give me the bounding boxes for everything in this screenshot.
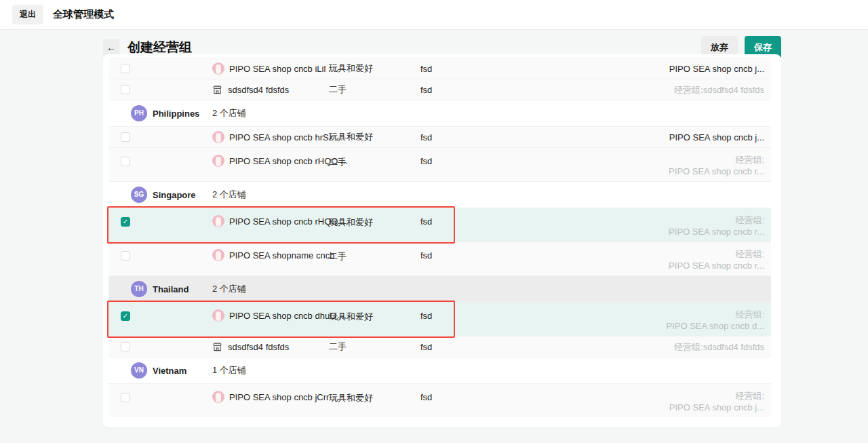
shop-owner: fsd xyxy=(420,342,432,352)
exit-button[interactable]: 退出 xyxy=(12,5,43,24)
business-group-text: PIPO SEA shop cncb j... xyxy=(669,63,764,75)
shop-identity: PIPO SEA shop cncb jCrr ... xyxy=(212,391,339,403)
shop-owner: fsd xyxy=(420,311,432,321)
shop-name: PIPO SEA shopname cncb xyxy=(229,250,334,261)
store-icon xyxy=(212,341,223,352)
shop-name: PIPO SEA shop cncb jCrr ... xyxy=(229,392,339,402)
shop-name: PIPO SEA shop cncb iLil ... xyxy=(229,64,336,74)
shop-avatar-icon xyxy=(212,131,224,143)
shop-row[interactable]: PIPO SEA shop cncb rHQO ...玩具和爱好fsd经营组:P… xyxy=(108,208,771,242)
country-name: Thailand xyxy=(153,284,189,294)
shop-table-rows: PIPO SEA shop cncb iLil ...玩具和爱好fsdPIPO … xyxy=(108,58,771,417)
business-group-text: 经营组:PIPO SEA shop cncb r... xyxy=(669,154,764,177)
shop-identity: PIPO SEA shop cncb dhuO ... xyxy=(212,309,347,322)
shop-owner: fsd xyxy=(420,392,432,402)
shop-checkbox[interactable] xyxy=(121,64,130,73)
shop-owner: fsd xyxy=(420,132,432,142)
country-avatar: VN xyxy=(131,362,147,379)
shop-owner: fsd xyxy=(420,85,432,95)
shop-avatar-icon xyxy=(212,249,224,261)
shop-name: sdsdfsd4 fdsfds xyxy=(228,85,289,95)
shop-avatar-icon xyxy=(212,215,224,227)
country-group-header: VNVietnam1 个店铺 xyxy=(108,357,771,383)
shop-row[interactable]: PIPO SEA shop cncb hrSz ...玩具和爱好fsdPIPO … xyxy=(108,126,771,147)
business-group-text: 经营组:PIPO SEA shop cncb j... xyxy=(669,390,764,413)
shop-category: 二手 xyxy=(329,250,347,263)
shop-checkbox[interactable] xyxy=(121,217,130,227)
top-bar: 退出 全球管理模式 xyxy=(0,0,868,30)
shop-avatar-icon xyxy=(212,155,224,167)
app-title: 全球管理模式 xyxy=(53,8,114,21)
country-group-header: SGSingapore2 个店铺 xyxy=(108,181,771,208)
shop-owner: fsd xyxy=(420,250,432,261)
shop-owner: fsd xyxy=(420,156,432,166)
business-group-text: 经营组:sdsdfsd4 fdsfds xyxy=(674,84,764,96)
shop-owner: fsd xyxy=(420,216,432,227)
shop-checkbox[interactable] xyxy=(121,132,130,142)
shop-category: 玩具和爱好 xyxy=(329,311,373,323)
shop-row[interactable]: PIPO SEA shop cncb jCrr ...玩具和爱好fsd经营组:P… xyxy=(108,383,771,417)
country-name: Vietnam xyxy=(153,366,186,376)
shop-identity: PIPO SEA shop cncb hrSz ... xyxy=(212,131,343,143)
shop-identity: PIPO SEA shop cncb rHQO ... xyxy=(212,215,348,227)
shop-checkbox[interactable] xyxy=(121,342,130,351)
shop-category: 二手 xyxy=(329,156,347,168)
country-name: Singapore xyxy=(153,190,196,200)
shop-avatar-icon xyxy=(212,391,224,403)
shop-count: 2 个店铺 xyxy=(212,189,246,201)
business-group-text: 经营组:PIPO SEA shop cncb r... xyxy=(669,248,764,271)
shop-count: 2 个店铺 xyxy=(212,283,246,295)
business-group-text: 经营组:sdsdfsd4 fdsfds xyxy=(674,341,764,353)
shop-count: 2 个店铺 xyxy=(212,107,246,119)
page-body: 创建经营组 放弃 保存 PIPO SEA shop cncb iLil ...玩… xyxy=(0,30,868,442)
shop-row[interactable]: sdsdfsd4 fdsfds二手fsd经营组:sdsdfsd4 fdsfds xyxy=(108,79,771,100)
shop-count: 1 个店铺 xyxy=(212,364,246,377)
shop-identity: PIPO SEA shop cncb rHQO ... xyxy=(212,155,348,167)
shop-table-card: PIPO SEA shop cncb iLil ...玩具和爱好fsdPIPO … xyxy=(103,54,781,427)
shop-avatar-icon xyxy=(212,309,224,322)
shop-category: 玩具和爱好 xyxy=(329,392,373,404)
shop-identity: PIPO SEA shopname cncb xyxy=(212,249,334,261)
country-group-header: PHPhilippines2 个店铺 xyxy=(108,100,771,126)
shop-checkbox[interactable] xyxy=(121,393,130,402)
business-group-text: 经营组:PIPO SEA shop cncb r... xyxy=(669,214,764,237)
country-avatar: SG xyxy=(131,187,147,203)
back-icon[interactable] xyxy=(103,39,119,56)
shop-row[interactable]: PIPO SEA shop cncb dhuO ...玩具和爱好fsd经营组:P… xyxy=(108,302,771,336)
shop-checkbox[interactable] xyxy=(121,311,130,321)
country-avatar: PH xyxy=(131,105,147,121)
shop-avatar-icon xyxy=(212,62,224,75)
shop-row[interactable]: PIPO SEA shopname cncb二手fsd经营组:PIPO SEA … xyxy=(108,242,771,275)
shop-row[interactable]: PIPO SEA shop cncb rHQO ...二手fsd经营组:PIPO… xyxy=(108,147,771,181)
country-avatar: TH xyxy=(131,281,147,297)
shop-checkbox[interactable] xyxy=(121,85,130,94)
country-group-header: THThailand2 个店铺 xyxy=(108,275,771,302)
shop-name: PIPO SEA shop cncb hrSz ... xyxy=(229,132,343,142)
business-group-text: PIPO SEA shop cncb j... xyxy=(669,132,764,143)
shop-category: 二手 xyxy=(329,83,347,96)
shop-name: sdsdfsd4 fdsfds xyxy=(228,342,289,352)
shop-category: 玩具和爱好 xyxy=(329,62,373,75)
shop-category: 二手 xyxy=(329,341,347,353)
shop-checkbox[interactable] xyxy=(121,251,130,261)
country-name: Philippines xyxy=(153,109,199,119)
shop-identity: sdsdfsd4 fdsfds xyxy=(212,84,289,95)
business-group-text: 经营组:PIPO SEA shop cncb d... xyxy=(666,309,764,332)
shop-identity: sdsdfsd4 fdsfds xyxy=(212,341,289,352)
store-icon xyxy=(212,84,223,95)
shop-row[interactable]: sdsdfsd4 fdsfds二手fsd经营组:sdsdfsd4 fdsfds xyxy=(108,336,771,357)
shop-row[interactable]: PIPO SEA shop cncb iLil ...玩具和爱好fsdPIPO … xyxy=(108,58,771,79)
shop-identity: PIPO SEA shop cncb iLil ... xyxy=(212,62,336,75)
shop-category: 玩具和爱好 xyxy=(329,131,373,143)
shop-category: 玩具和爱好 xyxy=(329,216,373,229)
shop-owner: fsd xyxy=(420,64,432,74)
shop-checkbox[interactable] xyxy=(121,157,130,166)
